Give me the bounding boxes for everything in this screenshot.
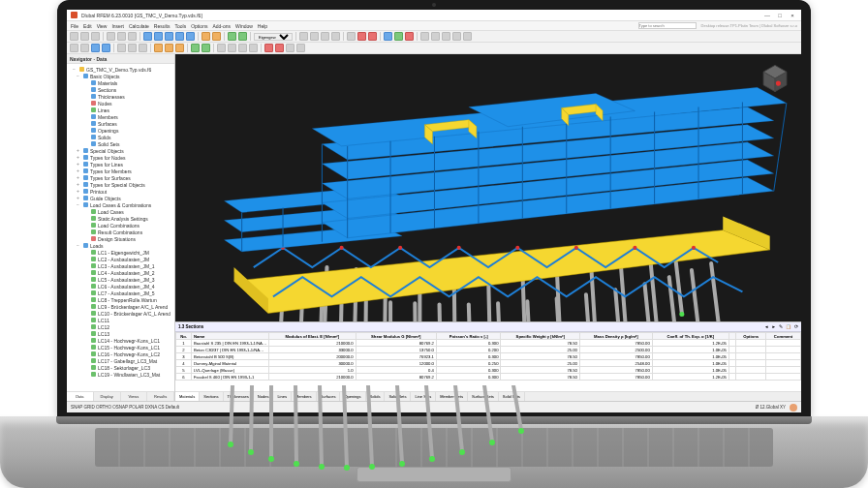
search-input[interactable] [638, 22, 697, 29]
tree-section[interactable]: +Guide Objects [69, 195, 172, 201]
window-close-button[interactable]: × [788, 12, 797, 19]
tree-item[interactable]: LC7 - Ausbaulasten_JM_5 [69, 290, 172, 296]
support-icon[interactable] [212, 32, 221, 41]
tree-item[interactable]: LC18 - Sektorlager_LC3 [69, 364, 172, 371]
table-tab[interactable]: Solid Sets [499, 392, 525, 401]
redo-icon[interactable] [128, 32, 137, 41]
loadcase-dropdown[interactable]: Eigengew… [254, 33, 293, 41]
t2-3[interactable] [91, 44, 100, 52]
menu-insert[interactable]: Insert [111, 23, 124, 29]
tree-item[interactable]: Sections [69, 86, 172, 93]
save-icon[interactable] [91, 32, 100, 41]
t2-2[interactable] [80, 44, 89, 52]
view-cube[interactable] [759, 62, 791, 95]
navigator-tree[interactable]: −GS_TMC_V_Demo.Typ.vds.f6−Basic ObjectsM… [67, 64, 174, 391]
table-tab[interactable]: Materials [175, 392, 200, 401]
nav-tab-data[interactable]: Data [67, 392, 94, 401]
line-icon[interactable] [154, 32, 163, 41]
tree-item[interactable]: LC15 - Hochwegr-Kons_LC1 [69, 344, 172, 351]
menu-edit[interactable]: Edit [83, 23, 92, 29]
menu-view[interactable]: View [97, 23, 108, 29]
new-file-icon[interactable] [70, 32, 78, 41]
tree-item[interactable]: LC13 [69, 330, 172, 337]
misc-icon-4[interactable] [452, 32, 461, 41]
table-header[interactable]: Mass Density ρ [kg/m³] [579, 333, 652, 340]
y-icon[interactable] [394, 32, 403, 41]
tree-item[interactable]: LC3 - Ausbaulasten_JM_1 [69, 262, 172, 269]
misc-icon-2[interactable] [431, 32, 440, 41]
table-tab[interactable]: Surface Sets [468, 392, 499, 401]
table-header[interactable]: Shear Modulus G [N/mm²] [356, 333, 436, 340]
tree-section[interactable]: +Types for Lines [69, 161, 172, 168]
load-icon[interactable] [202, 32, 210, 41]
menu-file[interactable]: File [71, 23, 78, 29]
tree-item[interactable]: Solid Sets [69, 140, 172, 147]
tree-item[interactable]: LC17 - Gabellagr_LC3_Mat [69, 357, 172, 364]
menu-window[interactable]: Window [235, 23, 253, 29]
table-header[interactable]: Options [736, 333, 766, 340]
table-tab[interactable]: Sections [200, 392, 223, 401]
tree-item[interactable]: Openings [69, 127, 172, 134]
table-tab[interactable]: Nodes [254, 392, 274, 401]
node-icon[interactable] [143, 32, 152, 41]
results-icon[interactable] [238, 32, 247, 41]
table-row[interactable]: 2Beton C30/37 | DIN EN 1993-1-1/NA…33000… [176, 347, 801, 353]
table-toolbtn-4[interactable]: 📋 [786, 324, 791, 329]
tree-item[interactable]: LC19 - Windlasten_LC3_Mat [69, 371, 172, 378]
table-tab[interactable]: Solids [366, 392, 386, 401]
table-header[interactable]: No. [176, 333, 192, 340]
tree-item[interactable]: LC11 [69, 317, 172, 323]
table-tab[interactable]: Member Sets [436, 392, 468, 401]
tree-item[interactable]: LC6 - Ausbaulasten_JM_4 [69, 283, 172, 290]
t2-1[interactable] [70, 44, 78, 52]
undo-icon[interactable] [117, 32, 126, 41]
tree-section[interactable]: −Basic Objects [69, 73, 172, 79]
tree-item[interactable]: Thicknesses [69, 93, 172, 100]
t2-12[interactable] [202, 44, 210, 52]
calc-icon[interactable] [228, 32, 236, 41]
materials-table[interactable]: No.NameModulus of Elast. E [N/mm²]Shear … [175, 332, 801, 381]
tree-section[interactable]: +Special Objects [69, 147, 172, 154]
tree-section[interactable]: +Types for Nodes [69, 154, 172, 161]
table-header[interactable]: Modulus of Elast. E [N/mm²] [269, 333, 356, 340]
tree-item[interactable]: LC2 - Ausbaulasten_JM [69, 256, 172, 262]
print-icon[interactable] [107, 32, 115, 41]
tree-item[interactable]: LC14 - Hochwegr-Kons_LC1 [69, 337, 172, 344]
tree-section[interactable]: −Load Cases & Combinations [69, 201, 172, 208]
t2-5[interactable] [117, 44, 126, 52]
rotate-icon[interactable] [331, 32, 340, 41]
window-max-button[interactable]: □ [775, 12, 785, 19]
table-header[interactable]: Name [192, 333, 269, 340]
user-avatar-icon[interactable] [790, 404, 797, 412]
tree-item[interactable]: Solids [69, 134, 172, 140]
misc-icon-1[interactable] [420, 32, 429, 41]
menu-calculate[interactable]: Calculate [129, 23, 149, 29]
tree-section[interactable]: +Types for Surfaces [69, 174, 172, 181]
table-toolbtn-5[interactable]: ⟳ [794, 324, 798, 329]
member-icon[interactable] [165, 32, 173, 41]
tree-section[interactable]: −Loads [69, 242, 172, 249]
table-row[interactable]: 1Baustahl S 235 | DIN EN 1993-1-1/NA…210… [176, 340, 801, 347]
menu-tools[interactable]: Tools [175, 23, 187, 29]
misc-icon-5[interactable] [463, 32, 472, 41]
t2-8[interactable] [154, 44, 163, 52]
t2-6[interactable] [128, 44, 137, 52]
table-tab[interactable]: Openings [340, 392, 365, 401]
t2-9[interactable] [165, 44, 173, 52]
table-tab[interactable]: Thicknesses [224, 392, 254, 401]
tree-item[interactable]: Static Analysis Settings [69, 215, 172, 222]
t2-20[interactable] [296, 44, 305, 52]
tree-section[interactable]: +Types for Members [69, 168, 172, 174]
view-icon[interactable] [299, 32, 308, 41]
t2-18[interactable] [275, 44, 284, 52]
table-row[interactable]: 5LVL-Querlage (Masse)1.00.40.30078.50785… [176, 367, 801, 374]
table-header[interactable] [728, 333, 735, 340]
nav-tab-results[interactable]: Results [147, 392, 174, 401]
t2-17[interactable] [264, 44, 273, 52]
grid-icon[interactable] [347, 32, 356, 41]
table-tab[interactable]: Solid Sets [385, 392, 411, 401]
table-header[interactable]: Specific Weight γ [kN/m³] [501, 333, 579, 340]
t2-14[interactable] [228, 44, 236, 52]
t2-11[interactable] [191, 44, 200, 52]
x-icon[interactable] [384, 32, 392, 41]
